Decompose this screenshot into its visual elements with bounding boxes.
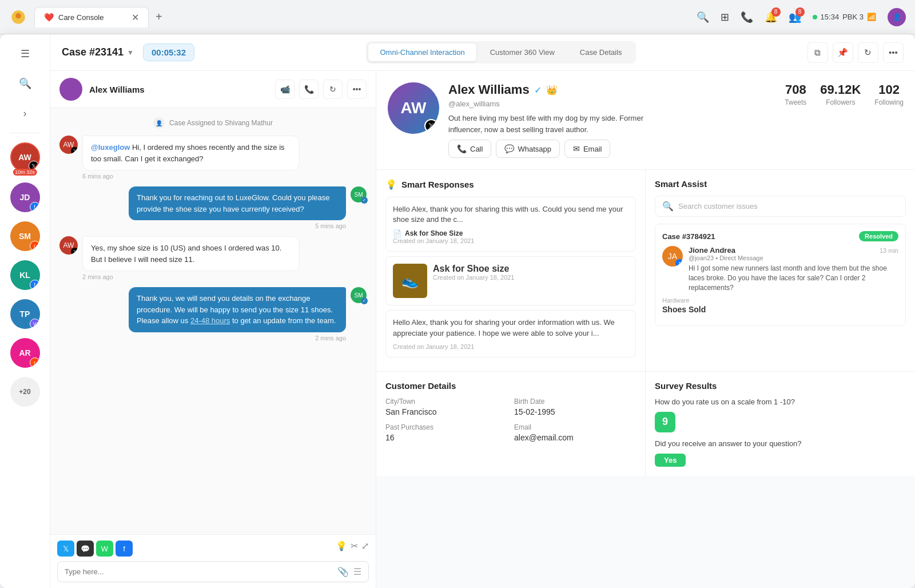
response-card-1[interactable]: Hello Alex, thank you for sharing this w… [385,197,636,252]
city-value: San Francisco [385,407,507,416]
scissors-tool[interactable]: ✂ [351,541,358,557]
contact-item-4[interactable]: KL f [10,260,40,290]
profile-actions: 📞 Call 💬 Whatsapp ✉ Email [448,140,775,158]
case-dropdown-icon[interactable]: ▼ [127,49,134,57]
profile-stats: 708 Tweets 69.12K Followers 102 Followin… [785,82,904,106]
detail-birth: Birth Date 15-02-1995 [514,398,636,416]
more-contacts-btn[interactable]: +20 [10,377,40,407]
response-meta-1: 📄 Ask for Shoe Size [393,229,628,237]
viber-badge-5: V [30,319,40,329]
msg-avatar-2: SM ✓ [351,186,367,202]
contact-avatar-4[interactable]: KL f [10,260,40,290]
user-avatar[interactable]: 👤 [888,8,906,26]
case-number-sm: Case #3784921 [662,232,715,241]
hardware-value: Shoes Sold [662,305,898,314]
contact-avatar-5[interactable]: TP V [10,299,40,329]
attach-icon[interactable]: 📎 [337,566,349,577]
wifi-icon: 📶 [867,13,876,21]
fb-channel-tab[interactable]: f [116,541,133,557]
msg-bubble-3: Yes, my shoe size is 10 (US) and shoes I… [82,236,300,271]
top-bar-actions: ⧉ 📌 ↻ ••• [807,42,904,63]
call-btn[interactable]: 📞 [299,80,319,99]
contact-item-2[interactable]: JD f [10,182,40,212]
contact-list: AW 𝕏 10m 32s JD f SM r [10,140,40,581]
whatsapp-channel-tab[interactable]: W [96,541,113,557]
more-options-btn[interactable]: ••• [883,42,904,63]
agent-name: Jione Andrea [689,246,735,255]
sidebar-search-btn[interactable]: 🔍 [13,71,38,96]
profile-avatar: AW 𝕏 [388,82,439,134]
profile-bio: Out here living my best life with my dog… [448,113,677,135]
msg-content-4: Thank you, we will send you details on t… [129,287,346,341]
smart-assist-search: 🔍 [655,196,906,217]
grid-icon[interactable]: ⊞ [721,11,729,23]
chat-header: Alex Williams 📹 📞 ↻ ••• [50,71,376,108]
chat-channel-tab[interactable]: 💬 [77,541,94,557]
reddit-badge-3: r [30,241,40,251]
response-date-3: Created on January 18, 2021 [393,343,628,350]
case-card-header: Case #3784921 Resolved [662,231,898,241]
tab-case-details[interactable]: Case Details [568,43,634,61]
screenshot-btn[interactable]: ⧉ [807,42,828,63]
team-icon[interactable]: 👥 8 [789,11,801,23]
msg-avatar-3: AW 𝕏 [59,236,78,255]
agent-header: Jione Andrea 13 min [689,246,898,255]
followers-label: Followers [820,98,861,106]
contact-item-5[interactable]: TP V [10,299,40,329]
tab-close-btn[interactable]: ✕ [132,12,139,23]
purchases-label: Past Purchases [385,423,507,431]
app-container: ☰ 🔍 › AW 𝕏 10m 32s JD f [0,34,915,588]
chat-input-area: 𝕏 💬 W f 💡 ✂ ⤢ 📎 ☰ [50,534,376,588]
contact-item-1[interactable]: AW 𝕏 10m 32s [10,142,40,172]
smart-assist-search-input[interactable] [678,202,898,210]
status-time: 15:34 [821,13,840,21]
msg-avatar-1: AW 𝕏 [59,136,78,154]
contact-item-3[interactable]: SM r [10,221,40,251]
menu-btn[interactable]: ☰ [13,41,38,66]
browser-logo [9,8,27,26]
refresh-btn[interactable]: ↻ [858,42,878,63]
email-action-btn[interactable]: ✉ Email [564,140,611,158]
chat-input[interactable] [65,567,333,576]
contact-avatar-6[interactable]: AR r [10,338,40,368]
system-message: 👤 Case Assigned to Shivang Mathur [59,117,367,129]
response-card-2[interactable]: 👟 Ask for Shoe size Created on January 1… [385,256,636,305]
notification-icon[interactable]: 🔔 8 [765,11,777,23]
customer-profile: AW 𝕏 Alex Williams ✓ 👑 @alex_williams Ou… [376,71,915,170]
response-title-2: Ask for Shoe size [433,264,515,274]
pbk-label: PBK 3 [842,13,864,21]
contact-avatar-2[interactable]: JD f [10,182,40,212]
purchases-value: 16 [385,433,507,442]
new-tab-btn[interactable]: + [156,10,162,23]
call-action-btn[interactable]: 📞 Call [448,140,491,158]
resolved-badge: Resolved [859,231,898,241]
tab-customer-360[interactable]: Customer 360 View [479,43,566,61]
more-chat-btn[interactable]: ••• [347,80,367,99]
contact-item-6[interactable]: AR r [10,338,40,368]
video-call-btn[interactable]: 📹 [275,80,295,99]
search-icon[interactable]: 🔍 [697,11,709,23]
chat-user-avatar [59,78,82,101]
response-text-3: Hello Alex, thank you for sharing your o… [393,317,628,338]
system-message-text: Case Assigned to Shivang Mathur [169,119,273,127]
sidebar-arrow-btn[interactable]: › [13,101,38,126]
refresh-chat-btn[interactable]: ↻ [323,80,343,99]
tab-omni-channel[interactable]: Omni-Channel Interaction [368,43,476,61]
msg-content-1: @luxeglow Hi, I ordered my shoes recentl… [82,136,300,180]
response-card-3[interactable]: Hello Alex, thank you for sharing your o… [385,310,636,357]
city-label: City/Town [385,398,507,406]
contact-avatar-1[interactable]: AW 𝕏 [10,142,40,172]
phone-icon[interactable]: 📞 [741,11,753,23]
active-tab[interactable]: ❤️ Care Console ✕ [34,7,149,27]
contact-initials-4: KL [19,271,30,280]
lightbulb-tool[interactable]: 💡 [336,541,347,557]
template-icon[interactable]: ☰ [353,566,361,577]
details-grid: City/Town San Francisco Birth Date 15-02… [385,398,636,442]
expand-tool[interactable]: ⤢ [361,541,369,557]
tab-heart-icon: ❤️ [44,13,54,22]
contact-avatar-3[interactable]: SM r [10,221,40,251]
msg-link-4[interactable]: 24-48 hours [190,316,230,325]
whatsapp-action-btn[interactable]: 💬 Whatsapp [496,140,560,158]
twitter-channel-tab[interactable]: 𝕏 [57,541,74,557]
pin-btn[interactable]: 📌 [833,42,853,63]
